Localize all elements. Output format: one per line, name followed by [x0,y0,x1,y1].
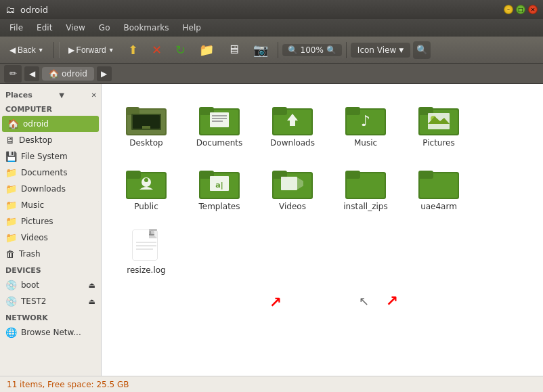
menu-view[interactable]: View [59,20,91,35]
file-item-pictures[interactable]: Pictures [405,95,473,153]
svg-rect-47 [345,171,360,179]
sidebar-item-documents[interactable]: 📁 Documents [0,165,101,181]
open-terminal-button[interactable]: 🖥 [222,40,245,60]
sidebar-item-test2[interactable]: 💿 TEST2 ⏏ [0,293,101,309]
network-icon: 🌐 [5,327,17,338]
filesystem-icon: 💾 [5,151,17,162]
sidebar-item-boot-label: boot [21,280,39,290]
resize-log-file-icon [126,227,167,263]
back-button[interactable]: ◀ Back ▼ [4,43,49,58]
maximize-button[interactable]: □ [516,5,525,14]
sidebar: Places ▼ ✕ Computer 🏠 odroid 🖥 Desktop 💾… [0,84,102,376]
sidebar-item-network[interactable]: 🌐 Browse Netw... [0,324,101,341]
zoom-label: 100% [301,45,324,55]
file-item-resize-log[interactable]: resize.log [112,222,180,280]
cursor-pointer: ↖ [359,294,369,308]
close-button[interactable]: ✕ [528,5,538,14]
sep1 [53,42,54,58]
sidebar-item-trash-label: Trash [19,249,41,259]
path-segment-odroid[interactable]: 🏠 odroid [42,67,94,81]
sidebar-item-trash[interactable]: 🗑 Trash [0,246,101,262]
search-icon: 🔍 [416,45,428,55]
file-item-install-zips[interactable]: install_zips [332,158,399,217]
menu-file[interactable]: File [3,20,30,35]
menu-help[interactable]: Help [176,20,208,35]
path-segment-label: odroid [62,69,87,79]
sidebar-item-downloads[interactable]: 📁 Downloads [0,181,101,197]
forward-button[interactable]: ▶ Forward ▼ [63,43,120,58]
sidebar-item-desktop-label: Desktop [19,135,53,145]
forward-dropdown-icon[interactable]: ▼ [108,47,114,53]
svg-rect-15 [272,107,287,115]
videos-folder-icon [272,164,313,199]
stop-icon: ✕ [152,43,162,58]
menu-edit[interactable]: Edit [30,20,59,35]
file-item-templates[interactable]: a| Templates [186,158,253,217]
back-dropdown-icon[interactable]: ▼ [38,47,44,53]
places-close-icon[interactable]: ✕ [91,91,97,99]
music-folder-icon: ♪ [345,100,386,135]
public-label: Public [134,202,158,211]
music-label: Music [354,138,377,148]
view-dropdown-icon: ▼ [399,47,404,53]
sidebar-item-pictures-label: Pictures [21,217,53,226]
sidebar-item-music[interactable]: 📁 Music [0,197,101,213]
sidebar-places-header-row: Places ▼ ✕ [0,88,101,101]
forward-arrow-icon: ▶ [68,45,74,55]
sidebar-item-filesystem-label: File System [21,152,68,161]
svg-rect-5 [142,126,150,129]
path-prev-button[interactable]: ◀ [24,66,39,81]
sidebar-item-desktop[interactable]: 🖥 Desktop [0,132,101,148]
sidebar-item-boot[interactable]: 💿 boot ⏏ [0,277,101,293]
sidebar-item-filesystem[interactable]: 💾 File System [0,148,101,165]
file-item-music[interactable]: ♪ Music [332,95,399,153]
back-label: Back [18,45,36,55]
documents-folder-icon [199,100,240,135]
pathbar: ✏ ◀ 🏠 odroid ▶ [0,64,543,84]
path-next-button[interactable]: ▶ [97,66,112,81]
file-item-downloads[interactable]: Downloads [259,95,326,153]
file-item-videos[interactable]: Videos [259,158,326,217]
file-grid: Desktop Documents [112,95,532,280]
file-item-uae4arm[interactable]: uae4arm [405,158,473,217]
menu-go[interactable]: Go [92,20,117,35]
view-selector[interactable]: Icon View ▼ [351,43,410,58]
new-folder-icon: 📁 [199,43,214,58]
sidebar-item-videos[interactable]: 📁 Videos [0,230,101,246]
test2-icon: 💿 [5,296,17,307]
public-folder-icon [126,164,167,199]
zoom-icon2: 🔍 [326,45,336,55]
sidebar-item-odroid[interactable]: 🏠 odroid [2,116,99,132]
menu-bookmarks[interactable]: Bookmarks [116,20,175,35]
file-item-public[interactable]: Public [112,158,180,217]
new-folder-button[interactable]: 📁 [194,40,219,60]
boot-icon: 💿 [5,280,17,290]
cursor-arrow-2: ↖ [386,292,398,309]
home-icon: 🏠 [7,118,19,129]
minimize-button[interactable]: – [504,5,513,14]
app-icon: 🗂 [5,4,15,15]
svg-rect-29 [126,171,141,179]
documents-label: Documents [196,138,242,148]
uae4arm-folder-icon [418,164,459,199]
svg-rect-61 [149,234,154,236]
sidebar-item-videos-label: Videos [21,233,48,242]
file-item-documents[interactable]: Documents [186,95,253,153]
videos-label: Videos [279,202,306,211]
trash-icon: 🗑 [5,248,15,259]
up-button[interactable]: ⬆ [123,40,144,60]
path-edit-button[interactable]: ✏ [4,65,22,83]
computer-section-header: Computer [0,101,101,116]
file-item-desktop[interactable]: Desktop [112,95,180,153]
screenshot-button[interactable]: 📷 [248,40,274,60]
search-button[interactable]: 🔍 [413,41,431,59]
reload-button[interactable]: ↻ [170,40,191,60]
eject-test2-icon[interactable]: ⏏ [89,297,95,306]
templates-folder-icon: a| [199,164,240,199]
eject-boot-icon[interactable]: ⏏ [89,281,95,290]
sidebar-item-pictures[interactable]: 📁 Pictures [0,213,101,230]
places-dropdown-icon[interactable]: ▼ [59,91,64,99]
up-arrow-icon: ⬆ [128,43,138,58]
stop-button[interactable]: ✕ [146,40,167,60]
devices-section-header: Devices [0,262,101,277]
